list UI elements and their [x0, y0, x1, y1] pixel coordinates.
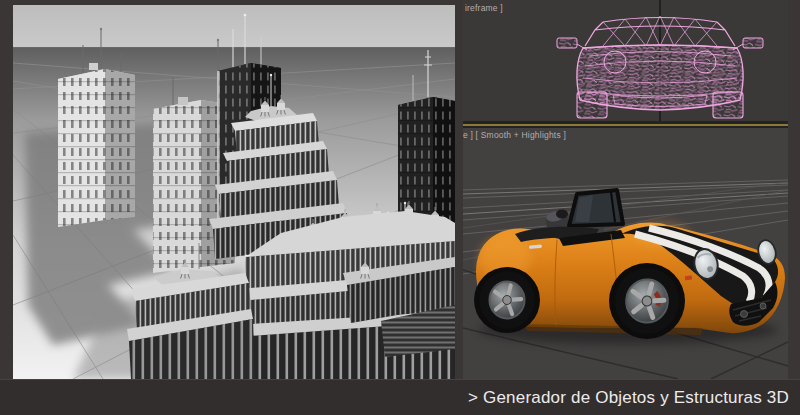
wireframe-viewport-label: ireframe ] [465, 3, 503, 13]
perspective-viewport[interactable]: e ] [ Smooth + Highlights ] [463, 128, 788, 379]
perspective-viewport-label: e ] [ Smooth + Highlights ] [463, 130, 566, 140]
wireframe-illustration [463, 0, 788, 121]
car [474, 190, 785, 344]
city-render-panel [13, 5, 455, 379]
caption-text: > Generador de Objetos y Estructuras 3D [468, 388, 800, 408]
app-frame: ireframe ] [0, 0, 800, 415]
car-render-illustration [463, 128, 788, 379]
city-render-illustration [13, 5, 455, 379]
side-mirror [556, 210, 568, 219]
caption-bar: > Generador de Objetos y Estructuras 3D [0, 379, 800, 415]
wireframe-viewport[interactable]: ireframe ] [463, 0, 788, 121]
rear-wheel [479, 271, 534, 329]
sky [13, 5, 455, 47]
